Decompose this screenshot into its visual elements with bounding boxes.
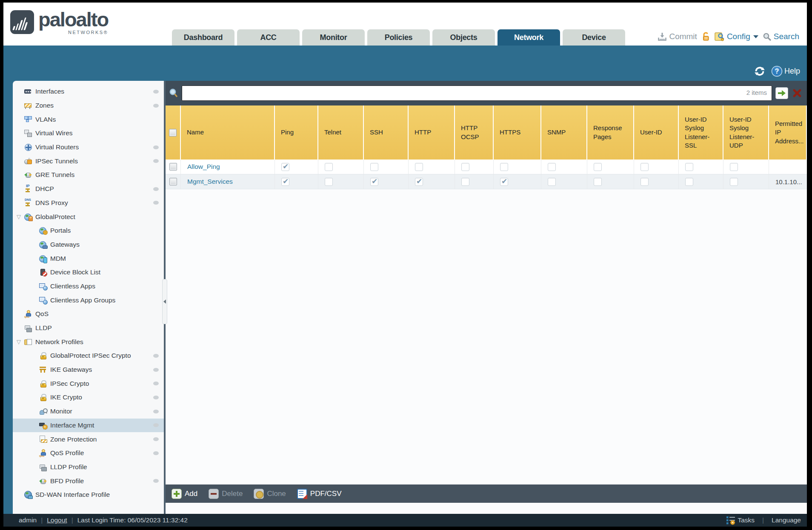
column-header-uid-syslog-ssl[interactable]: User-ID Syslog Listener-SSL: [679, 105, 723, 160]
sidebar-item-gre-tunnels[interactable]: GRE Tunnels: [13, 168, 164, 182]
unlocked-padlock-icon[interactable]: [701, 32, 710, 41]
ping-checkbox[interactable]: [281, 178, 289, 186]
sidebar-item-interface-mgmt[interactable]: Interface Mgmt: [13, 419, 164, 433]
sidebar-item-qos[interactable]: QoS: [13, 307, 164, 321]
snmp-checkbox[interactable]: [548, 163, 556, 171]
expander-icon[interactable]: ▽: [17, 339, 21, 345]
sidebar-item-globalprotect[interactable]: ▽GlobalProtect: [13, 210, 164, 224]
logout-link[interactable]: Logout: [47, 516, 67, 524]
help-button[interactable]: ? Help: [771, 66, 800, 77]
column-header-name[interactable]: Name: [181, 105, 275, 160]
column-header-permitted-ip[interactable]: Permitted IP Address...: [769, 105, 807, 160]
tab-monitor[interactable]: Monitor: [302, 29, 365, 46]
select-all-checkbox[interactable]: [169, 129, 177, 137]
ssh-checkbox[interactable]: [370, 178, 378, 186]
sidebar-item-vlans[interactable]: VLANs: [13, 112, 164, 126]
tab-acc[interactable]: ACC: [237, 29, 300, 46]
tab-policies[interactable]: Policies: [367, 29, 430, 46]
filter-input[interactable]: [182, 85, 772, 101]
refresh-icon[interactable]: [753, 66, 766, 77]
sidebar-item-interfaces[interactable]: Interfaces: [13, 85, 164, 99]
column-header-snmp[interactable]: SNMP: [541, 105, 587, 160]
row-select-checkbox[interactable]: [169, 178, 177, 185]
response-pages-checkbox[interactable]: [594, 163, 602, 171]
ping-checkbox[interactable]: [281, 163, 289, 171]
sidebar-item-dhcp[interactable]: DHCP: [13, 182, 164, 196]
uid-syslog-udp-checkbox[interactable]: [730, 178, 738, 186]
user-id-checkbox[interactable]: [640, 178, 649, 186]
sidebar-item-clientless-app-groups[interactable]: Clientless App Groups: [13, 293, 164, 307]
column-header-http-ocsp[interactable]: HTTP OCSP: [455, 105, 494, 160]
sidebar-item-dns-proxy[interactable]: DNS Proxy: [13, 196, 164, 210]
ssh-checkbox[interactable]: [370, 163, 378, 171]
sidebar-collapse-handle[interactable]: [162, 279, 167, 324]
sidebar-item-portals[interactable]: Portals: [13, 224, 164, 238]
profile-link-mgmt-services[interactable]: Mgmt_Services: [187, 178, 233, 185]
http-ocsp-checkbox[interactable]: [461, 163, 469, 171]
sidebar-item-virtual-wires[interactable]: Virtual Wires: [13, 126, 164, 140]
sidebar-item-virtual-routers[interactable]: Virtual Routers: [13, 140, 164, 154]
app-window: paloalto NETWORKS® DashboardACCMonitorPo…: [3, 3, 807, 527]
sidebar-item-ike-gateways[interactable]: IKE Gateways: [13, 363, 164, 377]
tab-network[interactable]: Network: [497, 29, 560, 46]
sidebar-item-sd-wan-interface-profile[interactable]: SD-WAN Interface Profile: [13, 488, 164, 502]
sidebar-item-gateways[interactable]: Gateways: [13, 238, 164, 252]
torii-icon: [39, 366, 47, 373]
http-ocsp-checkbox[interactable]: [461, 178, 469, 186]
commit-button[interactable]: Commit: [658, 32, 697, 41]
https-checkbox[interactable]: [500, 178, 508, 186]
http-checkbox[interactable]: [415, 178, 423, 186]
clone-button[interactable]: Clone: [254, 489, 286, 499]
sidebar-item-lldp-profile[interactable]: LLDP Profile: [13, 460, 164, 474]
column-header-user-id[interactable]: User-ID: [634, 105, 679, 160]
sidebar-item-zones[interactable]: Zones: [13, 99, 164, 113]
sidebar-item-monitor[interactable]: Monitor: [13, 405, 164, 419]
column-header-https[interactable]: HTTPS: [494, 105, 541, 160]
pdf-csv-button[interactable]: PDF/CSV: [297, 489, 342, 499]
snmp-checkbox[interactable]: [548, 178, 556, 186]
column-header-uid-syslog-udp[interactable]: User-ID Syslog Listener-UDP: [723, 105, 769, 160]
tab-objects[interactable]: Objects: [432, 29, 495, 46]
tasks-button[interactable]: Tasks: [726, 516, 755, 525]
sidebar-item-mdm[interactable]: MDM: [13, 251, 164, 265]
language-button[interactable]: Language: [772, 516, 801, 524]
row-select-checkbox[interactable]: [169, 163, 177, 171]
sidebar-item-ipsec-crypto[interactable]: IPSec Crypto: [13, 376, 164, 390]
uid-syslog-udp-checkbox[interactable]: [730, 163, 738, 171]
config-menu[interactable]: Config: [715, 32, 758, 41]
sidebar-item-network-profiles[interactable]: ▽Network Profiles: [13, 335, 164, 349]
sidebar-item-ipsec-tunnels[interactable]: IPSec Tunnels: [13, 154, 164, 168]
telnet-checkbox[interactable]: [325, 178, 333, 186]
sidebar-item-clientless-apps[interactable]: Clientless Apps: [13, 279, 164, 293]
sidebar-item-bfd-profile[interactable]: BFD Profile: [13, 474, 164, 488]
sidebar-item-device-block-list[interactable]: Device Block List: [13, 265, 164, 279]
apply-filter-button[interactable]: [775, 87, 788, 99]
uid-syslog-ssl-checkbox[interactable]: [685, 163, 693, 171]
tab-device[interactable]: Device: [563, 29, 625, 46]
column-header-http[interactable]: HTTP: [409, 105, 455, 160]
telnet-checkbox[interactable]: [325, 163, 333, 171]
user-id-checkbox[interactable]: [640, 163, 649, 171]
http-checkbox[interactable]: [415, 163, 423, 171]
search-button[interactable]: Search: [763, 32, 799, 41]
https-checkbox[interactable]: [500, 163, 508, 171]
expander-icon[interactable]: ▽: [17, 214, 21, 219]
clear-filter-button[interactable]: [792, 88, 803, 99]
sidebar-item-label: Monitor: [50, 407, 151, 415]
column-header-telnet[interactable]: Telnet: [318, 105, 364, 160]
sidebar-item-zone-protection[interactable]: Zone Protection: [13, 432, 164, 446]
sidebar-item-globalprotect-ipsec-crypto[interactable]: GlobalProtect IPSec Crypto: [13, 349, 164, 363]
uid-syslog-ssl-checkbox[interactable]: [685, 178, 693, 186]
sidebar-item-lldp[interactable]: LLDP: [13, 321, 164, 335]
tab-dashboard[interactable]: Dashboard: [172, 29, 234, 46]
column-header-ssh[interactable]: SSH: [364, 105, 409, 160]
sidebar-item-ike-crypto[interactable]: IKE Crypto: [13, 390, 164, 405]
response-pages-checkbox[interactable]: [594, 178, 602, 186]
sidebar-splitter[interactable]: [164, 81, 166, 514]
delete-button[interactable]: Delete: [209, 489, 243, 499]
add-button[interactable]: Add: [172, 489, 197, 499]
sidebar-item-qos-profile[interactable]: QoS Profile: [13, 446, 164, 460]
column-header-ping[interactable]: Ping: [275, 105, 318, 160]
column-header-response-pages[interactable]: Response Pages: [587, 105, 634, 160]
profile-link-allow-ping[interactable]: Allow_Ping: [187, 163, 220, 171]
